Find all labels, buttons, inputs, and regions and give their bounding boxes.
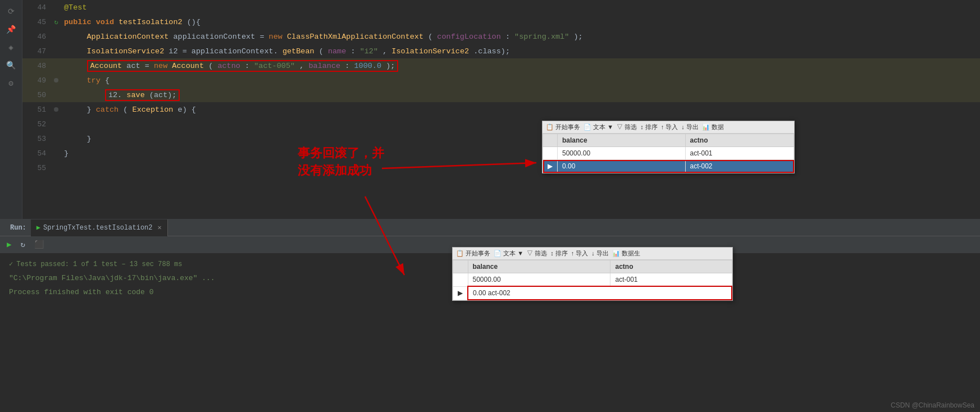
- db-btn-start-tx-2[interactable]: 📋 开始事务: [456, 249, 490, 258]
- type-isolationservice2-class: IsolationService2: [391, 47, 469, 56]
- run-tab-bar: Run: ▶ SpringTxTest.testIsolation2 ✕: [0, 219, 980, 236]
- line-num-46: 46: [22, 33, 51, 41]
- code-line-45: 45 ↻ public void testIsolation2 (){: [22, 15, 980, 29]
- plain-51b: (: [123, 106, 127, 114]
- run-stop-btn[interactable]: ⬛: [32, 239, 46, 250]
- plain-51c: e) {: [178, 106, 196, 114]
- plain-45a: (){: [187, 18, 200, 26]
- annotation-test: @Test: [64, 3, 87, 12]
- line-content-49: try {: [62, 76, 980, 85]
- fn-save: save: [126, 91, 144, 99]
- db-row-1-indicator: [543, 147, 558, 160]
- cn-annotation-line1: 事务回滚了，并: [298, 145, 384, 162]
- line-num-49: 49: [22, 76, 51, 85]
- db-row2-1-actno: act-001: [610, 273, 732, 287]
- db-toolbar-1: 📋 开始事务 📄 文本 ▼ ▽ 筛选 ↕ 排序 ↑ 导入 ↓ 导出 📊 数据: [543, 121, 794, 134]
- plain-47c: :: [350, 47, 359, 56]
- code-line-54: 54 }: [22, 146, 980, 161]
- str-springxml: "spring.xml": [514, 33, 569, 41]
- db-btn-data-2[interactable]: 📊 数据生: [612, 249, 640, 258]
- plain-48b: (: [208, 62, 217, 70]
- type-applicationcontext: ApplicationContext: [87, 33, 174, 41]
- db-row-1-2: ▶ 0.00 act-002: [543, 160, 794, 173]
- code-line-55: 55: [22, 161, 980, 175]
- db-btn-export-2[interactable]: ↓ 导出: [591, 249, 609, 258]
- line-content-47: IsolationService2 i2 = applicationContex…: [62, 47, 980, 56]
- db-btn-import-2[interactable]: ↑ 导入: [571, 249, 589, 258]
- run-tab-close[interactable]: ✕: [157, 223, 161, 232]
- plain-48e: :: [345, 62, 354, 70]
- code-line-53: 53 }: [22, 131, 980, 146]
- plain-46b: (: [428, 33, 437, 41]
- sidebar-icon-4[interactable]: 🔍: [3, 57, 20, 74]
- db-row2-1-balance: 50000.00: [468, 273, 610, 287]
- sidebar-icon-5[interactable]: ⚙: [3, 75, 20, 91]
- dot-49: [54, 78, 58, 83]
- str-i2: "i2": [360, 47, 378, 56]
- code-line-48: 48 Account act = new Account ( actno : "…: [22, 58, 980, 73]
- left-sidebar: ⟳ 📌 ◈ 🔍 ⚙: [0, 0, 22, 219]
- code-container: 44 @Test 45 ↻ public void testIsolation2…: [22, 0, 980, 219]
- test-status: Tests passed: 1 of 1 test – 13 sec 788 m…: [16, 260, 182, 268]
- line-num-54: 54: [22, 149, 51, 158]
- plain-46d: );: [573, 33, 582, 41]
- db-row-2-actno: act-002: [685, 160, 794, 173]
- num-1000: 1000.0: [354, 62, 381, 70]
- kw-new-48: new: [154, 62, 172, 70]
- db-toolbar-2: 📋 开始事务 📄 文本 ▼ ▽ 筛选 ↕ 排序 ↑ 导入 ↓ 导出 📊 数据生: [453, 248, 732, 260]
- line-num-44: 44: [22, 3, 51, 12]
- db-btn-start-tx-1[interactable]: 📋 开始事务: [546, 123, 580, 131]
- type-account-48: Account: [90, 62, 127, 70]
- db-row2-2-actno: act-002: [488, 289, 510, 297]
- gutter-45: ↻: [51, 18, 62, 26]
- run-rerun-btn[interactable]: ↻: [18, 239, 27, 250]
- type-exception: Exception: [133, 106, 178, 114]
- gutter-51: [51, 107, 62, 112]
- db-col-actno-1: actno: [685, 134, 794, 147]
- kw-new-46: new: [269, 33, 287, 41]
- code-line-50: 50 i2. save (act);: [22, 88, 980, 102]
- line-content-53: }: [62, 135, 980, 143]
- plain-54a: }: [64, 149, 69, 158]
- code-line-44: 44 @Test: [22, 0, 980, 15]
- db-btn-text-2[interactable]: 📄 文本 ▼: [494, 249, 523, 258]
- line-num-45: 45: [22, 18, 51, 26]
- db-table-2: balance actno 50000.00 act-001 ▶ 0.00 ac…: [453, 260, 732, 300]
- line-content-48: Account act = new Account ( actno : "act…: [62, 60, 980, 72]
- db-table-1: balance actno 50000.00 act-001 ▶ 0.00 ac…: [543, 134, 794, 173]
- run-play-btn[interactable]: ▶: [4, 239, 13, 250]
- kw-try: try: [87, 76, 105, 85]
- line-num-51: 51: [22, 106, 51, 114]
- sidebar-icon-3[interactable]: ◈: [3, 39, 20, 56]
- db-btn-text-1[interactable]: 📄 文本 ▼: [584, 123, 613, 131]
- param-name: name: [328, 47, 346, 56]
- sidebar-icon-2[interactable]: 📌: [3, 21, 20, 38]
- db-btn-filter-2[interactable]: ▽ 筛选: [527, 249, 547, 258]
- run-tab[interactable]: ▶ SpringTxTest.testIsolation2 ✕: [31, 219, 168, 236]
- db-btn-import-1[interactable]: ↑ 导入: [661, 123, 678, 131]
- plain-46a: applicationContext =: [173, 33, 268, 41]
- db-btn-export-1[interactable]: ↓ 导出: [681, 123, 699, 131]
- db-btn-data-1[interactable]: 📊 数据: [702, 123, 724, 131]
- line-content-54: }: [62, 149, 980, 158]
- db-row-2-balance: 0.00: [558, 160, 686, 173]
- check-icon: ✓: [9, 260, 13, 268]
- run-tab-name: SpringTxTest.testIsolation2: [43, 224, 152, 232]
- sidebar-icon-1[interactable]: ⟳: [3, 3, 20, 20]
- line-content-45: public void testIsolation2 (){: [62, 18, 980, 26]
- editor-area: ⟳ 📌 ◈ 🔍 ⚙ 44 @Test 45 ↻ public void: [0, 0, 980, 219]
- param-configlocation: configLocation: [437, 33, 500, 41]
- db-popup-2: 📋 开始事务 📄 文本 ▼ ▽ 筛选 ↕ 排序 ↑ 导入 ↓ 导出 📊 数据生 …: [452, 247, 733, 301]
- db-col-balance-2: balance: [468, 260, 610, 273]
- line-num-52: 52: [22, 120, 51, 129]
- watermark: CSDN @ChinaRainbowSea: [891, 401, 974, 409]
- db-col-actno-2: actno: [610, 260, 732, 273]
- db-btn-filter-1[interactable]: ▽ 筛选: [617, 123, 637, 131]
- db-btn-sort-2[interactable]: ↕ 排序: [550, 249, 568, 258]
- kw-void: void: [96, 18, 119, 26]
- code-line-51: 51 } catch ( Exception e) {: [22, 102, 980, 117]
- db-btn-sort-1[interactable]: ↕ 排序: [640, 123, 658, 131]
- line-num-48: 48: [22, 62, 51, 70]
- line-content-44: @Test: [62, 3, 980, 12]
- code-line-47: 47 IsolationService2 i2 = applicationCon…: [22, 44, 980, 58]
